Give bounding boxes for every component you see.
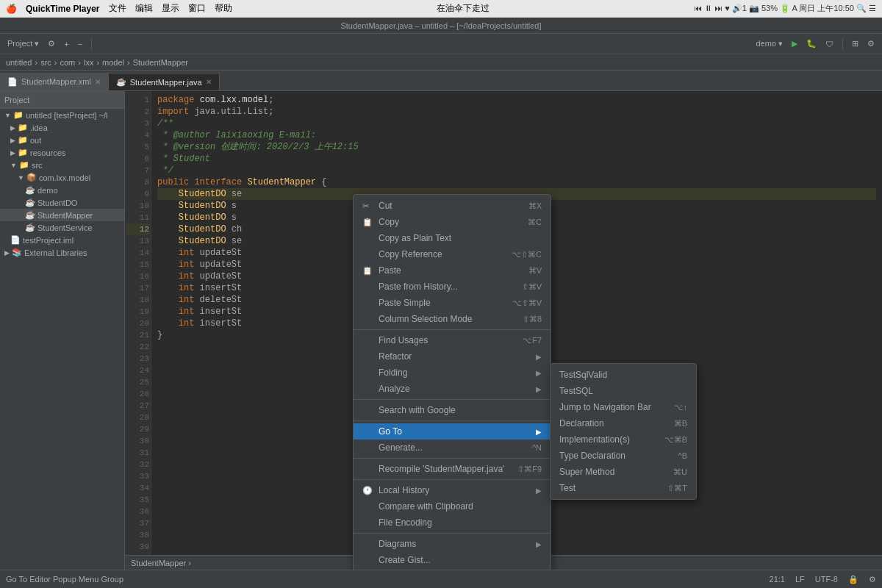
tree-label-src: src xyxy=(32,161,43,170)
menu-shortcut-paste-history: ⇧⌘V xyxy=(522,282,542,292)
menu-sep-3 xyxy=(354,420,551,421)
tab-mapper-xml[interactable]: 📄 StudentMapper.xml ✕ xyxy=(0,73,109,90)
menu-item-goto[interactable]: Go To ▶ xyxy=(354,423,551,440)
paste-icon: 📋 xyxy=(362,266,373,276)
tree-external[interactable]: ▶ 📚 External Libraries xyxy=(0,246,124,259)
menu-help[interactable]: 帮助 xyxy=(215,2,232,15)
tree-out[interactable]: ▶ 📁 out xyxy=(0,134,124,146)
ide-toolbar: Project ▾ ⚙ + − demo ▾ ▶ 🐛 🛡 ⊞ ⚙ xyxy=(0,34,882,54)
menu-item-copy-plain[interactable]: Copy as Plain Text xyxy=(354,230,551,246)
menu-item-analyze[interactable]: Analyze ▶ xyxy=(354,381,551,397)
toolbar-settings[interactable]: ⚙ xyxy=(864,37,878,50)
tree-testiml[interactable]: 📄 testProject.iml xyxy=(0,234,124,246)
debug-btn[interactable]: 🐛 xyxy=(803,37,820,50)
tree-demo[interactable]: ☕ demo xyxy=(0,184,124,196)
run-config[interactable]: demo ▾ xyxy=(753,37,786,50)
submenu-test-sql[interactable]: TestSQL xyxy=(551,383,696,399)
tree-root[interactable]: ▼ 📁 untitled [testProject] ~/l xyxy=(0,109,124,121)
run-btn[interactable]: ▶ xyxy=(789,37,800,50)
library-icon-ext: 📚 xyxy=(12,248,22,257)
folder-icon-src: 📁 xyxy=(19,160,29,170)
menu-view[interactable]: 显示 xyxy=(162,2,179,15)
submenu-label-test: Test xyxy=(559,483,576,493)
editor-area[interactable]: 12345 678910 1112 1314151617 1819202122 … xyxy=(125,91,882,570)
submenu-declaration[interactable]: Declaration ⌘B xyxy=(551,415,696,431)
code-line-1: package com.lxx.model; xyxy=(157,94,876,106)
goto-arrow: ▶ xyxy=(536,428,542,436)
menu-item-create-gist[interactable]: Create Gist... xyxy=(354,552,551,568)
tree-studentdo[interactable]: ☕ StudentDO xyxy=(0,196,124,209)
menu-item-cut[interactable]: ✂ Cut ⌘X xyxy=(354,198,551,214)
breadcrumb-part-4[interactable]: lxx xyxy=(84,58,93,67)
file-icon-demo: ☕ xyxy=(25,185,35,195)
sidebar: Project ▼ 📁 untitled [testProject] ~/l ▶… xyxy=(0,91,125,570)
menu-item-find-usages[interactable]: Find Usages ⌥F7 xyxy=(354,332,551,348)
submenu-super-method[interactable]: Super Method ⌘U xyxy=(551,464,696,480)
menu-item-local-history[interactable]: 🕐 Local History ▶ xyxy=(354,482,551,498)
tab-java-close[interactable]: ✕ xyxy=(206,78,212,86)
tree-label-ext: External Libraries xyxy=(24,248,87,257)
toolbar-layout[interactable]: ⊞ xyxy=(849,37,861,50)
menu-item-refactor[interactable]: Refactor ▶ xyxy=(354,348,551,365)
toolbar-sync[interactable]: ⚙ xyxy=(45,37,58,50)
toolbar-minus[interactable]: − xyxy=(75,38,85,50)
menu-item-copy-ref[interactable]: Copy Reference ⌥⇧⌘C xyxy=(354,246,551,262)
submenu-test-sql-valid[interactable]: TestSqlValid xyxy=(551,367,696,383)
menu-item-diagrams[interactable]: Diagrams ▶ xyxy=(354,536,551,552)
mac-menubar: 🍎 QuickTime Player 文件 编辑 显示 窗口 帮助 在油伞下走过… xyxy=(0,0,882,18)
menu-window[interactable]: 窗口 xyxy=(188,2,206,15)
coverage-btn[interactable]: 🛡 xyxy=(822,38,836,50)
menu-shortcut-paste: ⌘V xyxy=(528,266,542,276)
menu-item-copy[interactable]: 📋 Copy ⌘C xyxy=(354,214,551,230)
tree-resources[interactable]: ▶ 📁 resources xyxy=(0,146,124,159)
tab-mapper-java[interactable]: ☕ StudentMapper.java ✕ xyxy=(109,73,220,90)
menu-label-local-history: Local History xyxy=(379,485,429,495)
apple-menu[interactable]: 🍎 xyxy=(6,4,17,14)
submenu-jump-nav[interactable]: Jump to Navigation Bar ⌥↑ xyxy=(551,399,696,415)
tree-com-lxx-model[interactable]: ▼ 📦 com.lxx.model xyxy=(0,171,124,184)
line-numbers: 12345 678910 1112 1314151617 1819202122 … xyxy=(125,91,151,570)
status-position: 21:1 xyxy=(770,575,785,584)
menu-item-file-encoding[interactable]: File Encoding xyxy=(354,514,551,531)
tree-studentservice[interactable]: ☕ StudentService xyxy=(0,221,124,234)
menu-item-search-google[interactable]: Search with Google xyxy=(354,402,551,418)
menu-file[interactable]: 文件 xyxy=(109,2,126,15)
submenu-shortcut-jump-nav: ⌥↑ xyxy=(674,403,688,412)
folder-icon-resources: 📁 xyxy=(18,148,28,157)
tab-java-label: StudentMapper.java xyxy=(130,78,202,87)
code-line-10: public interface StudentMapper { xyxy=(157,176,876,188)
submenu-implementation[interactable]: Implementation(s) ⌥⌘B xyxy=(551,431,696,448)
submenu-shortcut-test: ⇧⌘T xyxy=(667,484,687,493)
menu-item-compare-clipboard[interactable]: Compare with Clipboard xyxy=(354,498,551,514)
tree-idea[interactable]: ▶ 📁 .idea xyxy=(0,121,124,134)
menu-item-paste-history[interactable]: Paste from History... ⇧⌘V xyxy=(354,279,551,295)
local-history-icon: 🕐 xyxy=(362,486,373,495)
toolbar-add[interactable]: + xyxy=(61,38,71,50)
tree-label-iml: testProject.iml xyxy=(23,236,74,245)
tab-xml-close[interactable]: ✕ xyxy=(95,78,101,86)
breadcrumb-part-3[interactable]: com xyxy=(60,58,76,67)
analyze-arrow: ▶ xyxy=(536,385,542,393)
tree-studentmapper[interactable]: ☕ StudentMapper xyxy=(0,209,124,221)
tree-src[interactable]: ▼ 📁 src xyxy=(0,159,124,171)
breadcrumb-part-6[interactable]: StudentMapper xyxy=(133,58,188,67)
breadcrumb-part-5[interactable]: model xyxy=(102,58,124,67)
project-selector[interactable]: Project ▾ xyxy=(4,37,42,50)
tree-arrow-root: ▼ xyxy=(4,112,11,119)
menu-item-folding[interactable]: Folding ▶ xyxy=(354,365,551,381)
menu-item-paste-simple[interactable]: Paste Simple ⌥⇧⌘V xyxy=(354,295,551,311)
folder-icon-out: 📁 xyxy=(18,135,28,145)
code-line-9: */ xyxy=(157,165,876,176)
sidebar-header: Project xyxy=(0,91,124,109)
menu-item-generate[interactable]: Generate... ^N xyxy=(354,440,551,456)
menu-label-find-usages: Find Usages xyxy=(379,335,428,345)
menu-item-col-select[interactable]: Column Selection Mode ⇧⌘8 xyxy=(354,311,551,327)
breadcrumb-part-2[interactable]: src xyxy=(40,58,51,67)
menu-item-paste[interactable]: 📋 Paste ⌘V xyxy=(354,262,551,279)
breadcrumb-part-1[interactable]: untitled xyxy=(6,58,32,67)
submenu-type-decl[interactable]: Type Declaration ^B xyxy=(551,448,696,464)
bottom-tab-label[interactable]: StudentMapper › xyxy=(131,559,191,567)
submenu-test[interactable]: Test ⇧⌘T xyxy=(551,480,696,496)
menu-item-recompile[interactable]: Recompile 'StudentMapper.java' ⇧⌘F9 xyxy=(354,461,551,477)
menu-edit[interactable]: 编辑 xyxy=(135,2,153,15)
